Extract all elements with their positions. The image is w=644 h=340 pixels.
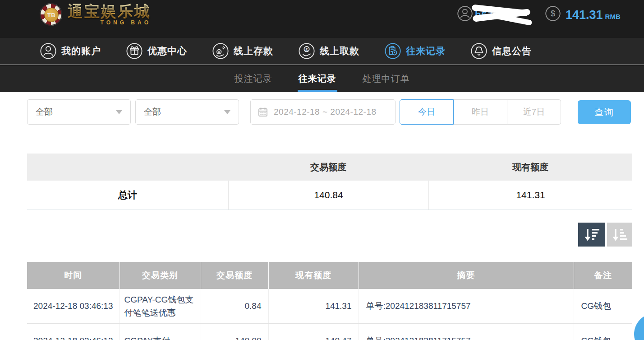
sort-button-group [578,223,632,247]
quick-range-group: 今日 昨日 近7日 [400,99,561,125]
last7days-button[interactable]: 近7日 [507,99,561,125]
subcategory-select-value: 全部 [144,106,161,118]
summary-total-label: 总计 [27,181,228,210]
tab-betting-records[interactable]: 投注记录 [235,65,272,92]
chip-label: TB [44,8,59,22]
yesterday-button[interactable]: 昨日 [453,99,507,125]
date-range-input[interactable]: 2024-12-18 ~ 2024-12-18 [250,99,396,125]
calendar-icon [258,107,268,117]
cell-amount: 140.00 [201,324,268,340]
records-table: 时间 交易类别 交易额度 现有额度 摘要 备注 2024-12-18 03:46… [27,262,632,340]
summary-header-balance: 现有额度 [428,154,632,181]
withdraw-icon: $ [298,42,315,60]
brand-title: 通宝娱乐城 [68,4,151,19]
summary-table: 交易额度 现有额度 总计 140.84 141.31 [27,154,632,210]
category-select[interactable]: 全部 [27,99,131,125]
nav-item-deposit[interactable]: 线上存款 [212,42,273,60]
date-range-value: 2024-12-18 ~ 2024-12-18 [274,107,377,117]
user-icon [40,42,57,60]
col-time: 时间 [27,262,120,289]
top-header: TB 通宝娱乐城 TONG BAO b67325 $ 141.31RMB [0,0,644,38]
category-select-value: 全部 [36,106,53,118]
today-button[interactable]: 今日 [400,99,454,125]
cell-balance: 140.47 [268,324,359,340]
nav-item-announcements[interactable]: 信息公告 [470,42,532,60]
col-amount: 交易额度 [201,262,268,289]
records-icon [384,42,401,60]
nav-item-my-account[interactable]: 我的账户 [40,42,101,60]
cell-time: 2024-12-18 03:46:13 [27,324,120,340]
subcategory-select[interactable]: 全部 [135,99,239,125]
search-button[interactable]: 查询 [578,100,631,124]
subtab-bar: 投注记录 往来记录 处理中订单 [0,65,644,92]
nav-label: 我的账户 [61,45,101,57]
user-icon [457,5,473,22]
svg-text:$: $ [551,9,555,18]
cell-type: CGPAY-CG钱包支付笔笔送优惠 [120,289,201,324]
chevron-down-icon [224,110,230,114]
sort-asc-icon [611,227,628,242]
summary-transaction-total: 140.84 [228,181,428,210]
summary-header-empty [27,154,228,181]
table-row: 2024-12-18 03:46:13 CGPAY支付 140.00 140.4… [27,324,632,340]
nav-item-records[interactable]: 往来记录 [384,42,446,60]
col-type: 交易类别 [120,262,201,289]
main-nav: 我的账户 优惠中心 线上存款 [0,38,644,65]
brand-text: 通宝娱乐城 TONG BAO [68,4,151,25]
cell-type: CGPAY支付 [120,324,201,340]
poker-chip-logo: TB [40,3,62,26]
cell-summary: 单号:202412183811715757 [359,289,574,324]
nav-item-promotions[interactable]: 优惠中心 [126,42,187,60]
brand-subtitle: TONG BAO [68,20,151,25]
bell-icon [470,42,488,60]
cell-balance: 141.31 [268,289,359,324]
nav-label: 线上取款 [320,45,359,57]
records-header-row: 时间 交易类别 交易额度 现有额度 摘要 备注 [27,262,632,289]
col-summary: 摘要 [359,262,574,289]
gift-icon [126,42,143,60]
tab-transaction-records[interactable]: 往来记录 [299,65,336,92]
svg-text:$: $ [305,47,308,52]
cell-note: CG钱包 [574,324,632,340]
sort-desc-button[interactable] [578,223,605,247]
cell-note: CG钱包 [574,289,632,324]
brand-logo[interactable]: TB 通宝娱乐城 TONG BAO [40,3,151,26]
dollar-icon: $ [545,5,561,22]
customer-service-float-button[interactable] [634,313,644,340]
summary-header-transaction: 交易额度 [228,154,428,181]
sort-desc-icon [583,227,600,242]
deposit-icon [212,42,229,60]
cell-time: 2024-12-18 03:46:13 [27,289,120,324]
nav-item-withdraw[interactable]: $ 线上取款 [298,42,359,60]
cell-amount: 0.84 [201,289,268,324]
summary-balance-total: 141.31 [428,181,632,210]
col-balance: 现有额度 [268,262,359,289]
nav-label: 往来记录 [406,45,446,57]
summary-total-row: 总计 140.84 141.31 [27,181,632,210]
balance-currency: RMB [605,13,621,20]
account-area: b67325 $ 141.31RMB [446,0,644,38]
chevron-down-icon [116,110,122,114]
tab-processing-orders[interactable]: 处理中订单 [363,65,410,92]
balance-amount: 141.31RMB [566,8,621,22]
cell-summary: 单号:202412183811715757 [359,324,574,340]
nav-label: 信息公告 [492,45,532,57]
balance-value: 141.31 [566,8,603,22]
summary-header-row: 交易额度 现有额度 [27,154,632,181]
col-note: 备注 [574,262,632,289]
table-row: 2024-12-18 03:46:13 CGPAY-CG钱包支付笔笔送优惠 0.… [27,289,632,324]
nav-label: 优惠中心 [147,45,187,57]
nav-label: 线上存款 [234,45,273,57]
sort-asc-button[interactable] [607,223,632,247]
